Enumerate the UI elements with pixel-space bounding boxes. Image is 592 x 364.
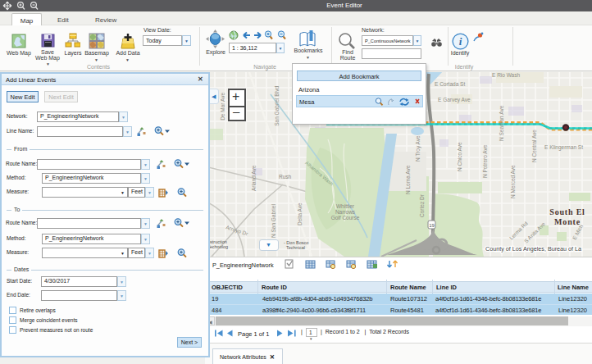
svg-text:N Chico Ave: N Chico Ave xyxy=(457,142,462,171)
svg-text:Page 1 of 1: Page 1 of 1 xyxy=(238,330,269,338)
svg-text:N Potrero Ave: N Potrero Ave xyxy=(482,144,488,178)
svg-text:Arland Ave: Arland Ave xyxy=(251,165,257,191)
svg-text:E Cortada St: E Cortada St xyxy=(435,81,465,87)
svg-text:San Gabriel Blvd: San Gabriel Blvd xyxy=(274,86,280,126)
svg-text:Rush: Rush xyxy=(279,174,292,180)
svg-text:Cortez Dr: Cortez Dr xyxy=(419,193,425,217)
svg-text:Technolog: Technolog xyxy=(207,244,228,249)
svg-text:E Rio Wash: E Rio Wash xyxy=(492,72,520,78)
svg-text:N San Gabriel: N San Gabriel xyxy=(271,204,276,238)
svg-text:i: i xyxy=(459,35,462,48)
svg-text:19: 19 xyxy=(429,223,435,228)
svg-text:Monte: Monte xyxy=(554,217,581,226)
svg-text:N Merced Ave: N Merced Ave xyxy=(510,165,516,198)
svg-text:N Central Ave: N Central Ave xyxy=(531,130,537,162)
svg-text:De Mar Ave: De Mar Ave xyxy=(220,93,225,121)
svg-text:N Troy Ave: N Troy Ave xyxy=(415,135,421,162)
svg-text:Technical: Technical xyxy=(286,245,305,250)
svg-text:N Loma Ave: N Loma Ave xyxy=(405,165,411,194)
svg-text:County of Los Angeles, Bureau: County of Los Angeles, Bureau of La xyxy=(485,245,581,253)
svg-text:Golf Course: Golf Course xyxy=(331,215,360,221)
svg-text:Narrows: Narrows xyxy=(335,209,356,215)
svg-text:Whittier: Whittier xyxy=(336,203,355,209)
svg-text:Delta Ave: Delta Ave xyxy=(297,202,303,225)
svg-text:South El: South El xyxy=(549,207,585,216)
svg-text:N Seaman Ave: N Seaman Ave xyxy=(499,105,504,141)
svg-text:E Klingerman St: E Klingerman St xyxy=(544,144,583,151)
svg-text:E Garvey Ave: E Garvey Ave xyxy=(438,97,471,103)
